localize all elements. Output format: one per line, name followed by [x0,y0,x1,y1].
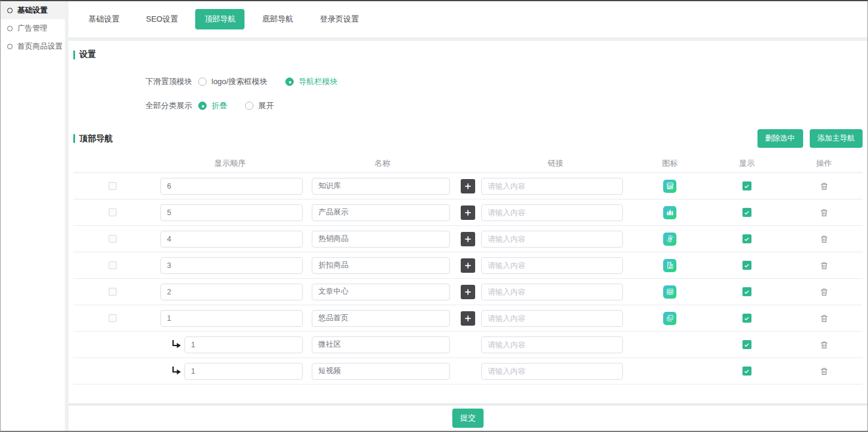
group-label: 全部分类展示 [145,100,192,111]
name-input[interactable] [312,257,450,274]
radio-option-logo-search-module[interactable]: logo/搜索框模块 [198,76,267,87]
radio-option-navbar-module[interactable]: 导航栏模块 [285,76,338,87]
sync-globe-icon[interactable] [663,233,676,246]
name-input[interactable] [312,178,450,195]
link-input[interactable] [481,336,623,353]
add-subnav-button[interactable] [461,285,475,299]
order-input[interactable] [184,336,303,353]
link-input[interactable] [481,363,623,380]
sidebar-item-home-product-settings[interactable]: 首页商品设置 [1,37,65,55]
section-marker [73,134,75,143]
check-icon [744,342,750,348]
products-icon[interactable] [663,206,676,219]
row-select-checkbox[interactable] [109,208,117,216]
radio-icon[interactable] [198,102,207,110]
tab-bar: 基础设置 SEO设置 顶部导航 底部导航 登录页设置 [68,1,867,37]
tab-bottom-navigation[interactable]: 底部导航 [253,9,302,29]
radio-icon[interactable] [285,78,294,86]
order-input[interactable] [160,231,303,248]
add-subnav-button[interactable] [461,311,475,326]
visible-checkbox[interactable] [742,367,751,376]
add-subnav-button[interactable] [461,205,475,220]
row-select-checkbox[interactable] [109,235,117,243]
delete-row-icon[interactable] [819,367,829,376]
circle-bullet-icon [7,8,13,13]
visible-checkbox[interactable] [742,287,751,296]
order-input[interactable] [160,178,303,195]
link-input[interactable] [481,310,623,327]
top-nav-section-title: 顶部导航 [73,133,113,144]
link-input[interactable] [481,204,623,221]
nav-table: 显示顺序 名称 链接 图标 显示 操作 [73,154,863,385]
sidebar: 基础设置 广告管理 首页商品设置 [1,1,65,431]
check-icon [744,368,750,374]
delete-row-icon[interactable] [819,181,829,191]
link-input[interactable] [481,257,623,274]
radio-option-collapsed[interactable]: 折叠 [198,100,227,111]
spreadsheet-icon[interactable] [663,285,676,299]
sidebar-item-label: 基础设置 [17,5,47,16]
circle-bullet-icon [7,26,13,31]
radio-option-expanded[interactable]: 展开 [245,100,274,111]
name-input[interactable] [312,336,450,353]
check-icon [744,289,750,295]
order-input[interactable] [160,204,303,221]
name-input[interactable] [312,363,450,380]
row-select-checkbox[interactable] [109,182,117,190]
visible-checkbox[interactable] [742,208,751,217]
visible-checkbox[interactable] [742,340,751,349]
visible-checkbox[interactable] [742,234,751,243]
sidebar-item-basic-settings[interactable]: 基础设置 [1,1,65,19]
name-input[interactable] [312,204,450,221]
order-input[interactable] [160,257,303,274]
add-subnav-button[interactable] [461,179,475,193]
table-subrow [73,332,863,358]
tab-seo-settings[interactable]: SEO设置 [137,9,187,29]
link-input[interactable] [481,284,623,300]
delete-row-icon[interactable] [819,234,829,244]
add-subnav-button[interactable] [461,258,475,273]
building-icon[interactable] [663,259,676,272]
table-header-row: 显示顺序 名称 链接 图标 显示 操作 [73,154,863,173]
radio-icon[interactable] [198,78,207,86]
delete-row-icon[interactable] [819,340,829,350]
row-select-checkbox[interactable] [109,288,117,296]
storefront-icon[interactable] [663,180,676,193]
add-main-nav-button[interactable]: 添加主导航 [810,129,863,148]
name-input[interactable] [312,284,450,300]
order-input[interactable] [184,363,303,380]
tab-top-navigation[interactable]: 顶部导航 [195,9,244,29]
check-icon [744,210,750,216]
name-input[interactable] [312,310,450,327]
table-row [73,199,863,226]
delete-row-icon[interactable] [819,208,829,218]
tab-basic-settings[interactable]: 基础设置 [79,9,129,29]
sidebar-item-ad-management[interactable]: 广告管理 [1,19,65,37]
plus-icon [464,208,472,217]
settings-section-title: 设置 [73,49,863,60]
link-input[interactable] [481,231,623,248]
name-input[interactable] [312,231,450,248]
plus-icon [464,235,472,243]
add-subnav-button[interactable] [461,232,475,246]
row-select-checkbox[interactable] [109,261,117,269]
delete-row-icon[interactable] [819,261,829,270]
header-visible: 显示 [708,158,785,169]
pages-icon[interactable] [663,312,676,325]
radio-icon[interactable] [245,102,253,110]
visible-checkbox[interactable] [742,261,751,270]
delete-row-icon[interactable] [819,314,829,323]
visible-checkbox[interactable] [742,314,751,323]
order-input[interactable] [160,284,303,300]
link-input[interactable] [481,178,623,195]
submit-button[interactable]: 提交 [452,409,484,428]
visible-checkbox[interactable] [742,181,751,190]
order-input[interactable] [160,310,303,327]
tab-login-page-settings[interactable]: 登录页设置 [311,9,368,29]
row-select-checkbox[interactable] [109,314,117,322]
circle-bullet-icon [7,44,13,49]
delete-selected-button[interactable]: 删除选中 [757,129,803,148]
header-action: 操作 [786,158,863,169]
delete-row-icon[interactable] [819,287,829,297]
header-name: 名称 [309,158,456,169]
